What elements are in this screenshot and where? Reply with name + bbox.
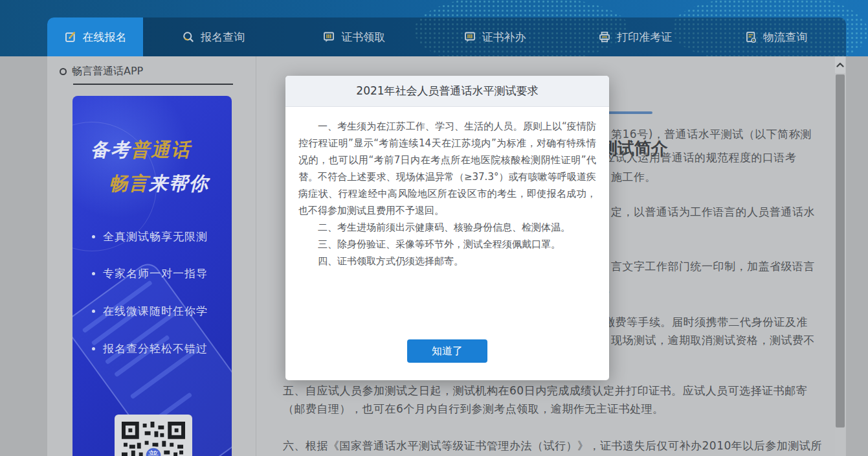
svg-text:普: 普: [148, 450, 159, 456]
qr-code: 普: [115, 415, 192, 456]
certificate-bubble-icon: [463, 30, 476, 43]
banner-bullet: 专家名师一对一指导: [92, 266, 208, 281]
test-requirements-dialog: 2021年社会人员普通话水平测试要求 一、考生须为在江苏工作、学习、生活的人员。…: [285, 76, 609, 380]
nav-tabbar: 在线报名 报名查询 证书领取: [47, 17, 846, 56]
intro-paragraph-line: （邮费自理），也可在6个月内自行到参测考点领取，逾期作无主证书处理。: [283, 402, 664, 416]
tab-label: 打印准考证: [617, 30, 672, 45]
dialog-title: 2021年社会人员普通话水平测试要求: [356, 84, 538, 98]
logistics-icon: [744, 30, 757, 43]
nav-header: 在线报名 报名查询 证书领取: [0, 0, 868, 56]
screen: 在线报名 报名查询 证书领取: [0, 0, 868, 456]
dialog-paragraph: 二、考生进场前须出示健康码、核验身份信息、检测体温。: [298, 219, 596, 236]
intro-text-fragment: 施工作。: [611, 170, 656, 185]
intro-text-fragment: 定，以普通话为工作语言的人员普通话水: [611, 205, 815, 220]
app-promo-banner[interactable]: 备考普通话 畅言来帮你 全真测试畅享无限测 专家名师一对一指导 在线微课随时任你…: [72, 96, 232, 456]
sidebar-item-changyan-app[interactable]: 畅言普通话APP: [60, 65, 143, 78]
chevron-up-icon: [836, 62, 844, 67]
tab-certificate-reissue[interactable]: 证书补办: [424, 17, 564, 56]
circle-bullet-icon: [60, 68, 67, 75]
printer-icon: [598, 30, 611, 43]
tab-label: 证书领取: [341, 30, 385, 45]
scrollbar-track[interactable]: [835, 56, 845, 456]
banner-bullet: 全真测试畅享无限测: [92, 229, 208, 244]
intro-paragraph-line: 五、自应试人员参加测试之日起，测试机构在60日内完成成绩认定并打印证书。应试人员…: [283, 383, 807, 398]
dialog-body: 一、考生须为在江苏工作、学习、生活的人员。原则上以“疫情防控行程证明”显示“考前…: [285, 107, 609, 269]
intro-paragraph-line: 六、根据《国家普通话水平测试等级证书管理办法（试行）》，证书遗失后仅可补办201…: [283, 439, 822, 453]
tab-label: 在线报名: [83, 30, 127, 45]
intro-text-fragment: 言文字工作部门统一印制，加盖省级语言: [611, 259, 815, 274]
banner-slogan-line1: 备考普通话: [91, 137, 191, 163]
intro-text-fragment: 应试人运用普通话的规范程度的口语考: [604, 150, 797, 165]
dialog-paragraph: 四、证书领取方式仍须选择邮寄。: [298, 253, 596, 269]
banner-bullet: 报名查分轻松不错过: [92, 341, 208, 356]
intro-text-fragment: 缴费等手续。届时须携带二代身份证及准: [604, 315, 808, 330]
title-underline: [602, 111, 652, 114]
tab-label: 证书补办: [482, 30, 526, 45]
tab-label: 物流查询: [763, 30, 807, 45]
dot-icon: [92, 347, 95, 350]
sidebar-item-label: 畅言普通话APP: [72, 65, 143, 78]
banner-bullet: 在线微课随时任你学: [92, 304, 208, 319]
dot-icon: [92, 310, 95, 313]
tab-logistics-query[interactable]: 物流查询: [706, 17, 846, 56]
certificate-bubble-icon: [322, 30, 335, 43]
sidebar-divider: [256, 56, 256, 456]
scroll-up-button[interactable]: [835, 56, 845, 73]
dialog-paragraph: 三、除身份验证、采像等环节外，测试全程须佩戴口罩。: [298, 236, 596, 253]
search-icon: [182, 30, 195, 43]
tab-certificate-collection[interactable]: 证书领取: [284, 17, 424, 56]
sidebar-underline: [73, 84, 233, 85]
intro-text-fragment: 第16号)，普通话水平测试（以下简称测: [611, 127, 812, 142]
dot-icon: [92, 272, 95, 275]
banner-slogan-line2: 畅言来帮你: [109, 171, 209, 197]
intro-text-fragment: 现场测试，逾期取消测试资格，测试费不: [611, 333, 815, 348]
scrollbar-thumb[interactable]: [836, 74, 845, 428]
tab-registration-query[interactable]: 报名查询: [143, 17, 284, 56]
edit-icon: [64, 30, 77, 43]
dialog-header: 2021年社会人员普通话水平测试要求: [285, 76, 609, 107]
tab-online-registration[interactable]: 在线报名: [47, 17, 143, 56]
tab-label: 报名查询: [201, 30, 245, 45]
dot-icon: [92, 235, 95, 238]
tab-print-admission-ticket[interactable]: 打印准考证: [565, 17, 706, 56]
ok-button[interactable]: 知道了: [407, 339, 487, 363]
dialog-paragraph: 一、考生须为在江苏工作、学习、生活的人员。原则上以“疫情防控行程证明”显示“考前…: [298, 118, 596, 219]
